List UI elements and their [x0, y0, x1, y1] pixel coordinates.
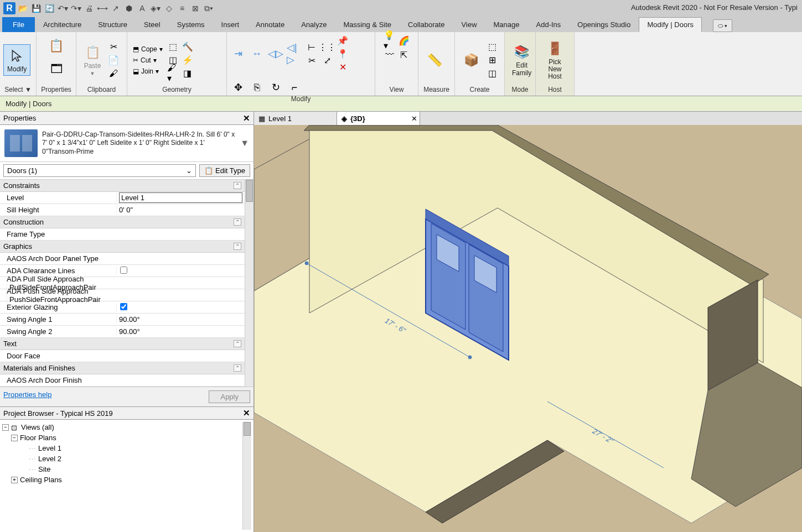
section-icon[interactable]: ◇: [163, 2, 175, 14]
property-checkbox[interactable]: [120, 267, 127, 274]
property-category[interactable]: Constraints⌃: [0, 180, 245, 192]
tree-ceiling-plans[interactable]: + Ceiling Plans: [2, 474, 242, 485]
switch-windows-icon[interactable]: ⧉▾: [203, 2, 215, 14]
open-icon[interactable]: 📂: [17, 2, 29, 14]
align-icon[interactable]: ⇥: [230, 46, 246, 61]
hide-icon[interactable]: 💡▾: [384, 34, 396, 46]
create-similar-button[interactable]: 📦: [458, 49, 484, 72]
sync-icon[interactable]: 🔄: [43, 2, 55, 14]
tab-file[interactable]: File: [2, 17, 35, 32]
property-value[interactable]: 90.00°: [116, 327, 245, 336]
edit-type-button[interactable]: 📋 Edit Type: [199, 164, 250, 177]
tab-view[interactable]: View: [453, 17, 485, 32]
activate-icon[interactable]: ⚡: [182, 54, 194, 66]
cut-button[interactable]: ✂Cut ▾: [131, 55, 165, 65]
join-button[interactable]: ⬓Join ▾: [131, 66, 165, 76]
tab-modify-doors[interactable]: Modify | Doors: [639, 17, 702, 32]
dim-icon[interactable]: ↗: [110, 2, 122, 14]
close-properties-icon[interactable]: ✕: [243, 113, 250, 123]
edit-family-button[interactable]: 📚 Edit Family: [508, 40, 535, 79]
properties-scrollbar[interactable]: [245, 180, 253, 387]
tree-level2[interactable]: ⋯Level 2: [2, 453, 242, 464]
text-icon[interactable]: A: [136, 2, 148, 14]
tab-manage[interactable]: Manage: [485, 17, 528, 32]
tab-steel[interactable]: Steel: [136, 17, 169, 32]
property-category[interactable]: Materials and Finishes⌃: [0, 362, 245, 374]
property-value[interactable]: 90.00°: [116, 315, 245, 324]
modify-button[interactable]: Modify: [3, 44, 30, 76]
3d-viewport[interactable]: 17' - 6" 27' - 2": [254, 125, 802, 532]
cope-button[interactable]: ⬒Cope ▾: [131, 44, 165, 54]
array-icon[interactable]: ⋮⋮: [321, 41, 333, 53]
override-icon[interactable]: 🌈: [398, 34, 410, 46]
panel-select-label[interactable]: Select ▼: [3, 86, 33, 96]
wall-opening-icon[interactable]: ⬚: [167, 41, 179, 53]
copy-clipboard-icon[interactable]: 📄: [107, 54, 120, 66]
tab-architecture[interactable]: Architecture: [35, 17, 90, 32]
tab-annotate[interactable]: Annotate: [247, 17, 293, 32]
linework-icon[interactable]: 〰: [384, 49, 396, 61]
property-input[interactable]: [119, 192, 242, 203]
tab-insert[interactable]: Insert: [213, 17, 248, 32]
create-parts-icon[interactable]: ◫: [486, 67, 498, 80]
property-value[interactable]: PushSideFrontApproachPair: [7, 295, 113, 304]
expand-icon[interactable]: +: [11, 477, 18, 483]
trim-corner-icon[interactable]: ⌐: [287, 80, 302, 95]
tree-level1[interactable]: ⋯Level 1: [2, 443, 242, 453]
instance-filter-dropdown[interactable]: Doors (1) ⌄: [3, 164, 196, 177]
type-selector[interactable]: Pair-G-DDRU-Cap-Transom-Sidelites-RHRA-L…: [0, 125, 253, 162]
measure-button[interactable]: 📏: [422, 49, 447, 72]
tab-collaborate[interactable]: Collaborate: [400, 17, 453, 32]
measure-icon[interactable]: ⟷: [96, 2, 108, 14]
tab-structure[interactable]: Structure: [90, 17, 136, 32]
3d-icon[interactable]: ◈▾: [149, 2, 162, 14]
view-tab-3d[interactable]: ◈ {3D} ✕: [337, 112, 420, 125]
tree-views-root[interactable]: − ⊡ Views (all): [2, 422, 242, 432]
tree-site[interactable]: ⋯Site: [2, 464, 242, 474]
collapse-icon[interactable]: −: [11, 435, 18, 441]
close-inactive-icon[interactable]: ⊠: [189, 2, 201, 14]
move-icon[interactable]: ✥: [230, 80, 246, 95]
property-category[interactable]: Text⌃: [0, 338, 245, 350]
displace-icon[interactable]: ⇱: [398, 49, 410, 61]
trim-extend-icon[interactable]: ⊢: [306, 41, 318, 53]
match-type-icon[interactable]: 🖌: [107, 67, 120, 80]
redo-icon[interactable]: ↷▾: [70, 2, 82, 14]
tree-floor-plans[interactable]: − Floor Plans: [2, 432, 242, 443]
collapse-category-icon[interactable]: ⌃: [234, 340, 241, 347]
cut-clipboard-icon[interactable]: ✂: [107, 41, 120, 53]
property-category[interactable]: Construction⌃: [0, 216, 245, 228]
delete-icon[interactable]: ✕: [337, 61, 349, 73]
property-value[interactable]: 0' 0": [116, 206, 245, 214]
print-icon[interactable]: 🖨: [83, 2, 95, 14]
copy-icon[interactable]: ⎘: [249, 80, 265, 95]
apply-button[interactable]: Apply: [209, 390, 250, 403]
scale-icon[interactable]: ⤢: [321, 54, 333, 66]
create-assembly-icon[interactable]: ⊞: [486, 54, 498, 66]
property-checkbox[interactable]: [120, 303, 127, 310]
properties-help-link[interactable]: Properties help: [3, 390, 51, 403]
tab-analyze[interactable]: Analyze: [293, 17, 335, 32]
collapse-category-icon[interactable]: ⌃: [234, 218, 241, 226]
type-properties-button[interactable]: 🗔: [44, 58, 69, 81]
paint-icon[interactable]: 🖌▾: [167, 67, 179, 80]
mirror-pick-icon[interactable]: ◁|▷: [287, 46, 302, 61]
collapse-category-icon[interactable]: ⌃: [234, 182, 241, 189]
rotate-icon[interactable]: ↻: [268, 80, 283, 95]
demolish-icon[interactable]: 🔨: [182, 41, 194, 53]
browser-scrollbar[interactable]: [242, 422, 251, 530]
undo-icon[interactable]: ↶▾: [56, 2, 69, 14]
property-category[interactable]: Graphics⌃: [0, 241, 245, 253]
pin-icon[interactable]: 📌: [337, 34, 349, 46]
type-dropdown-icon[interactable]: ▼: [240, 138, 249, 148]
paste-button[interactable]: 📋 Paste ▼: [80, 41, 105, 79]
save-icon[interactable]: 💾: [30, 2, 42, 14]
steering-wheel-button[interactable]: ⬭ ▾: [713, 19, 732, 32]
geom-icon[interactable]: ◨: [182, 67, 194, 80]
tab-openings-studio[interactable]: Openings Studio: [569, 17, 639, 32]
view-tab-level1[interactable]: ▦ Level 1: [254, 112, 337, 125]
collapse-icon[interactable]: −: [2, 424, 9, 431]
close-browser-icon[interactable]: ✕: [243, 408, 250, 418]
split-icon[interactable]: ✂: [306, 54, 318, 66]
mirror-axis-icon[interactable]: ◁▷: [268, 46, 283, 61]
